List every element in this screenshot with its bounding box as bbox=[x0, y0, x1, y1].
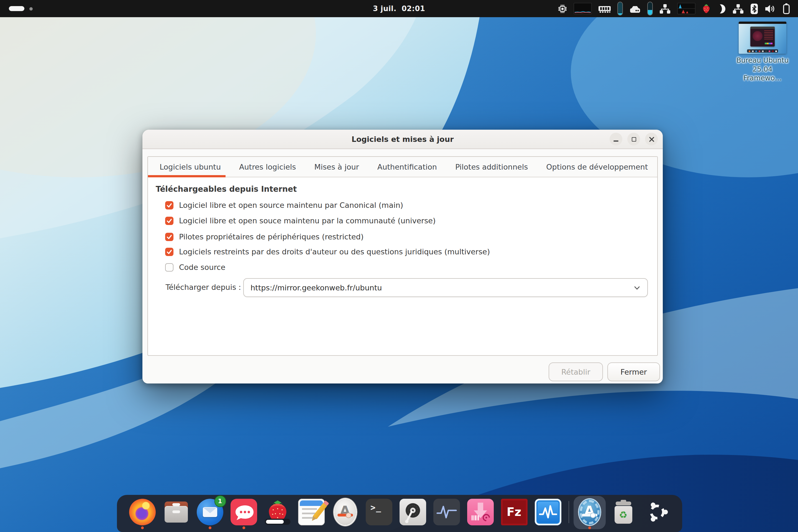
network-tree-icon[interactable] bbox=[659, 3, 671, 14]
cpu-icon[interactable] bbox=[557, 4, 568, 14]
dock-item-trash[interactable]: ♻ bbox=[610, 499, 636, 528]
tab-bar: Logiciels ubuntu Autres logiciels Mises … bbox=[148, 157, 657, 177]
dock-item-rocket-chat[interactable] bbox=[230, 499, 257, 528]
revert-button[interactable]: Rétablir bbox=[549, 362, 603, 381]
checkbox-main[interactable] bbox=[165, 201, 173, 209]
tab-authentification[interactable]: Authentification bbox=[377, 157, 437, 177]
disk-icon[interactable] bbox=[629, 4, 641, 14]
tab-mises-a-jour[interactable]: Mises à jour bbox=[314, 157, 359, 177]
checkbox-universe[interactable] bbox=[165, 216, 173, 225]
dock-item-system-monitor[interactable] bbox=[433, 499, 460, 528]
clock[interactable]: 3 juil. 02:01 bbox=[373, 0, 425, 17]
filezilla-icon: Fz bbox=[501, 499, 527, 525]
dock-item-files[interactable] bbox=[163, 499, 189, 528]
disks-icon bbox=[399, 499, 426, 525]
trash-icon: ♻ bbox=[610, 499, 636, 525]
dock-item-software-properties[interactable]: A bbox=[332, 499, 358, 528]
tab-pilotes-additionnels[interactable]: Pilotes additionnels bbox=[455, 157, 528, 177]
window-title: Logiciels et mises à jour bbox=[352, 135, 454, 144]
shortcut-label: Bureau Ubuntu 25.04 Framewo… bbox=[735, 56, 790, 82]
bluetooth-icon[interactable] bbox=[750, 3, 758, 14]
software-updates-icon: A bbox=[576, 499, 603, 525]
memory-usage-gauge[interactable] bbox=[618, 2, 623, 16]
dock-item-text-editor[interactable] bbox=[298, 499, 324, 528]
tab-options-developpement[interactable]: Options de développement bbox=[546, 157, 648, 177]
mirror-dropdown-value: https://mirror.geekonweb.fr/ubuntu bbox=[250, 283, 633, 292]
checkbox-row-restricted: Pilotes propriétaires de périphériques (… bbox=[165, 231, 363, 242]
screenshot-thumbnail bbox=[739, 22, 786, 54]
workspace-active-pill[interactable] bbox=[9, 6, 24, 11]
dock-item-strawberry[interactable] bbox=[264, 499, 291, 528]
system-monitor-icon bbox=[433, 499, 460, 525]
checkbox-row-multiverse: Logiciels restreints par des droits d'au… bbox=[165, 246, 490, 257]
top-panel: 3 juil. 02:01 bbox=[0, 0, 798, 17]
checkbox-multiverse[interactable] bbox=[165, 247, 173, 256]
chevron-down-icon bbox=[633, 284, 641, 291]
system-tray bbox=[557, 0, 791, 17]
checkbox-source-code[interactable] bbox=[165, 263, 173, 271]
checkbox-row-main: Logiciel libre et open source maintenu p… bbox=[165, 200, 403, 211]
night-light-icon[interactable] bbox=[717, 4, 726, 14]
volume-icon[interactable] bbox=[764, 3, 775, 14]
disk-usage-gauge[interactable] bbox=[647, 2, 653, 16]
checkbox-label: Pilotes propriétaires de périphériques (… bbox=[179, 232, 363, 241]
strawberry-icon bbox=[264, 499, 291, 525]
tab-logiciels-ubuntu[interactable]: Logiciels ubuntu bbox=[159, 157, 221, 177]
memory-icon[interactable] bbox=[598, 4, 611, 14]
running-indicator bbox=[141, 527, 144, 529]
desktop-shortcut-screenshot[interactable]: Bureau Ubuntu 25.04 Framewo… bbox=[735, 22, 790, 82]
checkbox-label: Logiciels restreints par des droits d'au… bbox=[179, 247, 490, 256]
dock: 1 bbox=[117, 495, 682, 532]
desktop: 3 juil. 02:01 bbox=[0, 0, 798, 532]
dock-item-firefox[interactable] bbox=[129, 499, 155, 528]
dock-item-show-apps[interactable] bbox=[644, 499, 670, 528]
battery-icon[interactable] bbox=[781, 3, 791, 14]
running-indicator bbox=[208, 527, 211, 529]
download-from-label: Télécharger depuis : bbox=[161, 283, 241, 291]
system-monitor-blue-icon bbox=[534, 499, 561, 525]
maximize-button[interactable] bbox=[627, 133, 640, 146]
notification-badge: 1 bbox=[214, 495, 226, 507]
dock-item-gdebi[interactable] bbox=[467, 499, 493, 528]
cpu-history-graph[interactable] bbox=[573, 3, 592, 14]
mirror-dropdown[interactable]: https://mirror.geekonweb.fr/ubuntu bbox=[243, 278, 648, 297]
running-indicator bbox=[242, 527, 245, 529]
dock-item-software-updates[interactable]: A bbox=[576, 499, 603, 528]
section-title: Téléchargeables depuis Internet bbox=[156, 185, 297, 193]
firefox-icon bbox=[129, 499, 155, 525]
close-button[interactable]: Fermer bbox=[607, 362, 660, 381]
gdebi-package-installer-icon bbox=[467, 499, 493, 525]
progress-bar bbox=[265, 519, 290, 525]
checkbox-label: Logiciel libre et open source maintenu p… bbox=[179, 201, 403, 209]
software-properties-icon: A bbox=[332, 499, 358, 525]
rocket-chat-icon bbox=[230, 499, 257, 525]
dock-item-disks[interactable] bbox=[399, 499, 426, 528]
tab-autres-logiciels[interactable]: Autres logiciels bbox=[239, 157, 296, 177]
dock-item-thunderbird[interactable]: 1 bbox=[196, 499, 223, 528]
checkbox-restricted[interactable] bbox=[165, 232, 173, 241]
dock-separator bbox=[568, 501, 569, 523]
running-indicator bbox=[588, 527, 591, 529]
minimize-button[interactable] bbox=[610, 133, 622, 146]
workspace-dot[interactable] bbox=[30, 7, 33, 10]
tab-content: Téléchargeables depuis Internet Logiciel… bbox=[148, 177, 657, 355]
software-and-updates-window: Logiciels et mises à jour Logiciels ubun… bbox=[142, 130, 663, 383]
network-history-graph[interactable] bbox=[677, 3, 696, 14]
settings-notebook: Logiciels ubuntu Autres logiciels Mises … bbox=[147, 156, 658, 356]
close-icon[interactable] bbox=[645, 133, 658, 146]
network-tree-icon[interactable] bbox=[732, 3, 744, 14]
text-editor-icon bbox=[298, 499, 324, 525]
workspace-indicator[interactable] bbox=[9, 0, 33, 17]
terminal-icon: >_ bbox=[365, 499, 392, 525]
ubuntu-logo-icon bbox=[644, 499, 670, 525]
checkbox-row-universe: Logiciel libre et open souce maintenu pa… bbox=[165, 215, 436, 226]
checkbox-label: Logiciel libre et open souce maintenu pa… bbox=[179, 216, 436, 225]
strawberry-indicator-icon[interactable] bbox=[702, 4, 711, 14]
dock-item-system-monitor-blue[interactable] bbox=[534, 499, 561, 528]
window-titlebar[interactable]: Logiciels et mises à jour bbox=[142, 130, 663, 149]
dock-item-terminal[interactable]: >_ bbox=[365, 499, 392, 528]
files-icon bbox=[163, 499, 189, 525]
dock-item-filezilla[interactable]: Fz bbox=[501, 499, 527, 528]
checkbox-label: Code source bbox=[179, 263, 225, 271]
checkbox-row-source: Code source bbox=[165, 262, 225, 273]
